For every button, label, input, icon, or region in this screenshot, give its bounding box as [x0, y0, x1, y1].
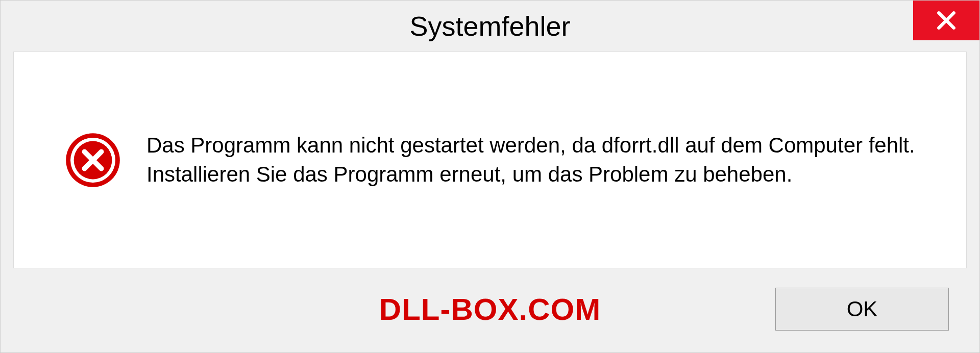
content-panel: Das Programm kann nicht gestartet werden… [13, 52, 967, 268]
close-icon [935, 9, 958, 32]
error-dialog: Systemfehler Das Programm kann nicht ges… [0, 0, 980, 353]
ok-button[interactable]: OK [775, 288, 949, 331]
dialog-footer: DLL-BOX.COM OK [1, 281, 979, 352]
titlebar: Systemfehler [1, 1, 979, 52]
dialog-title: Systemfehler [409, 10, 570, 42]
close-button[interactable] [913, 1, 979, 40]
watermark-text: DLL-BOX.COM [379, 292, 601, 327]
error-message: Das Programm kann nicht gestartet werden… [146, 131, 925, 189]
error-icon [65, 132, 121, 188]
